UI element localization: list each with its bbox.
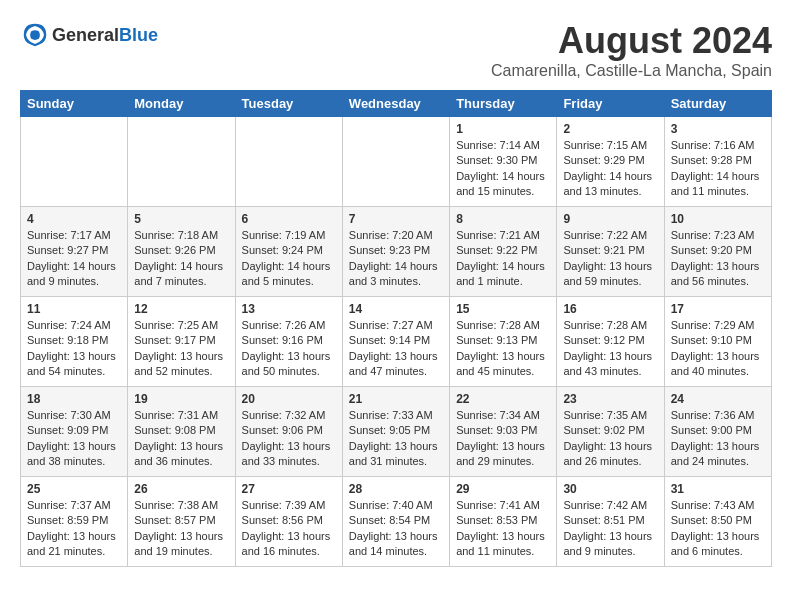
cell-content: Sunrise: 7:26 AM Sunset: 9:16 PM Dayligh… xyxy=(242,318,336,380)
cell-content: Sunrise: 7:36 AM Sunset: 9:00 PM Dayligh… xyxy=(671,408,765,470)
calendar-cell: 26Sunrise: 7:38 AM Sunset: 8:57 PM Dayli… xyxy=(128,477,235,567)
cell-content: Sunrise: 7:22 AM Sunset: 9:21 PM Dayligh… xyxy=(563,228,657,290)
cell-content: Sunrise: 7:31 AM Sunset: 9:08 PM Dayligh… xyxy=(134,408,228,470)
week-row-2: 4Sunrise: 7:17 AM Sunset: 9:27 PM Daylig… xyxy=(21,207,772,297)
cell-content: Sunrise: 7:33 AM Sunset: 9:05 PM Dayligh… xyxy=(349,408,443,470)
cell-content: Sunrise: 7:37 AM Sunset: 8:59 PM Dayligh… xyxy=(27,498,121,560)
day-number: 29 xyxy=(456,482,550,496)
day-header-thursday: Thursday xyxy=(450,91,557,117)
cell-content: Sunrise: 7:21 AM Sunset: 9:22 PM Dayligh… xyxy=(456,228,550,290)
logo: GeneralBlue xyxy=(20,20,158,50)
day-number: 13 xyxy=(242,302,336,316)
cell-content: Sunrise: 7:42 AM Sunset: 8:51 PM Dayligh… xyxy=(563,498,657,560)
calendar-cell: 27Sunrise: 7:39 AM Sunset: 8:56 PM Dayli… xyxy=(235,477,342,567)
cell-content: Sunrise: 7:39 AM Sunset: 8:56 PM Dayligh… xyxy=(242,498,336,560)
calendar-cell: 15Sunrise: 7:28 AM Sunset: 9:13 PM Dayli… xyxy=(450,297,557,387)
calendar-cell: 6Sunrise: 7:19 AM Sunset: 9:24 PM Daylig… xyxy=(235,207,342,297)
calendar-cell: 11Sunrise: 7:24 AM Sunset: 9:18 PM Dayli… xyxy=(21,297,128,387)
day-number: 3 xyxy=(671,122,765,136)
calendar-cell: 5Sunrise: 7:18 AM Sunset: 9:26 PM Daylig… xyxy=(128,207,235,297)
cell-content: Sunrise: 7:18 AM Sunset: 9:26 PM Dayligh… xyxy=(134,228,228,290)
cell-content: Sunrise: 7:34 AM Sunset: 9:03 PM Dayligh… xyxy=(456,408,550,470)
calendar-cell: 28Sunrise: 7:40 AM Sunset: 8:54 PM Dayli… xyxy=(342,477,449,567)
calendar-cell: 10Sunrise: 7:23 AM Sunset: 9:20 PM Dayli… xyxy=(664,207,771,297)
day-number: 17 xyxy=(671,302,765,316)
calendar-cell: 22Sunrise: 7:34 AM Sunset: 9:03 PM Dayli… xyxy=(450,387,557,477)
day-number: 21 xyxy=(349,392,443,406)
calendar-cell: 20Sunrise: 7:32 AM Sunset: 9:06 PM Dayli… xyxy=(235,387,342,477)
calendar-cell: 3Sunrise: 7:16 AM Sunset: 9:28 PM Daylig… xyxy=(664,117,771,207)
location: Camarenilla, Castille-La Mancha, Spain xyxy=(491,62,772,80)
day-number: 4 xyxy=(27,212,121,226)
days-header-row: SundayMondayTuesdayWednesdayThursdayFrid… xyxy=(21,91,772,117)
day-number: 16 xyxy=(563,302,657,316)
day-number: 2 xyxy=(563,122,657,136)
day-number: 18 xyxy=(27,392,121,406)
cell-content: Sunrise: 7:28 AM Sunset: 9:12 PM Dayligh… xyxy=(563,318,657,380)
week-row-5: 25Sunrise: 7:37 AM Sunset: 8:59 PM Dayli… xyxy=(21,477,772,567)
cell-content: Sunrise: 7:25 AM Sunset: 9:17 PM Dayligh… xyxy=(134,318,228,380)
cell-content: Sunrise: 7:41 AM Sunset: 8:53 PM Dayligh… xyxy=(456,498,550,560)
day-number: 11 xyxy=(27,302,121,316)
logo-blue-text: Blue xyxy=(119,25,158,45)
day-number: 12 xyxy=(134,302,228,316)
day-number: 24 xyxy=(671,392,765,406)
cell-content: Sunrise: 7:19 AM Sunset: 9:24 PM Dayligh… xyxy=(242,228,336,290)
cell-content: Sunrise: 7:32 AM Sunset: 9:06 PM Dayligh… xyxy=(242,408,336,470)
calendar-cell: 24Sunrise: 7:36 AM Sunset: 9:00 PM Dayli… xyxy=(664,387,771,477)
day-number: 27 xyxy=(242,482,336,496)
day-number: 14 xyxy=(349,302,443,316)
day-number: 6 xyxy=(242,212,336,226)
cell-content: Sunrise: 7:43 AM Sunset: 8:50 PM Dayligh… xyxy=(671,498,765,560)
calendar-cell: 31Sunrise: 7:43 AM Sunset: 8:50 PM Dayli… xyxy=(664,477,771,567)
week-row-3: 11Sunrise: 7:24 AM Sunset: 9:18 PM Dayli… xyxy=(21,297,772,387)
month-year: August 2024 xyxy=(491,20,772,62)
day-number: 20 xyxy=(242,392,336,406)
cell-content: Sunrise: 7:29 AM Sunset: 9:10 PM Dayligh… xyxy=(671,318,765,380)
calendar-cell: 16Sunrise: 7:28 AM Sunset: 9:12 PM Dayli… xyxy=(557,297,664,387)
calendar-cell: 21Sunrise: 7:33 AM Sunset: 9:05 PM Dayli… xyxy=(342,387,449,477)
cell-content: Sunrise: 7:17 AM Sunset: 9:27 PM Dayligh… xyxy=(27,228,121,290)
day-header-wednesday: Wednesday xyxy=(342,91,449,117)
calendar-cell: 14Sunrise: 7:27 AM Sunset: 9:14 PM Dayli… xyxy=(342,297,449,387)
cell-content: Sunrise: 7:14 AM Sunset: 9:30 PM Dayligh… xyxy=(456,138,550,200)
calendar-cell: 1Sunrise: 7:14 AM Sunset: 9:30 PM Daylig… xyxy=(450,117,557,207)
logo-icon xyxy=(20,20,50,50)
day-header-saturday: Saturday xyxy=(664,91,771,117)
day-header-tuesday: Tuesday xyxy=(235,91,342,117)
day-header-sunday: Sunday xyxy=(21,91,128,117)
week-row-4: 18Sunrise: 7:30 AM Sunset: 9:09 PM Dayli… xyxy=(21,387,772,477)
day-number: 26 xyxy=(134,482,228,496)
day-number: 23 xyxy=(563,392,657,406)
calendar-cell: 8Sunrise: 7:21 AM Sunset: 9:22 PM Daylig… xyxy=(450,207,557,297)
calendar-cell xyxy=(128,117,235,207)
day-number: 19 xyxy=(134,392,228,406)
logo-general-text: General xyxy=(52,25,119,45)
day-number: 7 xyxy=(349,212,443,226)
cell-content: Sunrise: 7:16 AM Sunset: 9:28 PM Dayligh… xyxy=(671,138,765,200)
cell-content: Sunrise: 7:28 AM Sunset: 9:13 PM Dayligh… xyxy=(456,318,550,380)
cell-content: Sunrise: 7:23 AM Sunset: 9:20 PM Dayligh… xyxy=(671,228,765,290)
cell-content: Sunrise: 7:20 AM Sunset: 9:23 PM Dayligh… xyxy=(349,228,443,290)
calendar-cell xyxy=(342,117,449,207)
title-area: August 2024 Camarenilla, Castille-La Man… xyxy=(491,20,772,80)
cell-content: Sunrise: 7:38 AM Sunset: 8:57 PM Dayligh… xyxy=(134,498,228,560)
calendar-cell: 9Sunrise: 7:22 AM Sunset: 9:21 PM Daylig… xyxy=(557,207,664,297)
calendar-cell xyxy=(21,117,128,207)
day-number: 31 xyxy=(671,482,765,496)
day-number: 15 xyxy=(456,302,550,316)
cell-content: Sunrise: 7:30 AM Sunset: 9:09 PM Dayligh… xyxy=(27,408,121,470)
cell-content: Sunrise: 7:24 AM Sunset: 9:18 PM Dayligh… xyxy=(27,318,121,380)
calendar-cell: 2Sunrise: 7:15 AM Sunset: 9:29 PM Daylig… xyxy=(557,117,664,207)
day-number: 5 xyxy=(134,212,228,226)
day-header-monday: Monday xyxy=(128,91,235,117)
calendar-cell: 13Sunrise: 7:26 AM Sunset: 9:16 PM Dayli… xyxy=(235,297,342,387)
day-number: 10 xyxy=(671,212,765,226)
day-number: 30 xyxy=(563,482,657,496)
calendar-cell: 30Sunrise: 7:42 AM Sunset: 8:51 PM Dayli… xyxy=(557,477,664,567)
day-number: 28 xyxy=(349,482,443,496)
calendar-cell: 4Sunrise: 7:17 AM Sunset: 9:27 PM Daylig… xyxy=(21,207,128,297)
calendar-table: SundayMondayTuesdayWednesdayThursdayFrid… xyxy=(20,90,772,567)
calendar-cell: 23Sunrise: 7:35 AM Sunset: 9:02 PM Dayli… xyxy=(557,387,664,477)
cell-content: Sunrise: 7:27 AM Sunset: 9:14 PM Dayligh… xyxy=(349,318,443,380)
